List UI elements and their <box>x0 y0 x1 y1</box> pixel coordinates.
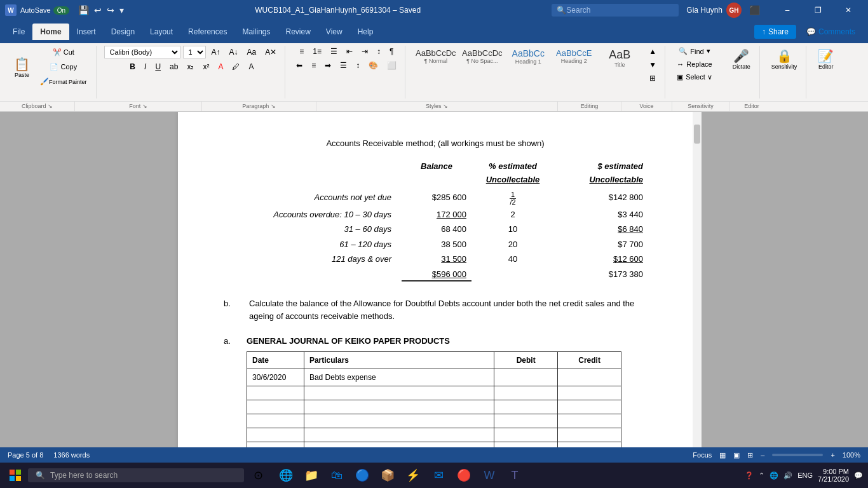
chrome2-icon[interactable]: 🔴 <box>452 464 475 487</box>
highlight-button[interactable]: 🖊 <box>229 61 243 72</box>
style-heading1[interactable]: AaBbCc Heading 1 <box>506 46 550 71</box>
user-avatar[interactable]: GH <box>726 3 742 18</box>
grow-font-button[interactable]: A↑ <box>208 46 224 58</box>
tab-layout[interactable]: Layout <box>142 24 180 40</box>
app-icon[interactable]: ⚡ <box>402 464 424 487</box>
tab-design[interactable]: Design <box>104 24 142 40</box>
gj-header-row: Date Particulars Debit Credit <box>247 351 621 369</box>
tab-insert[interactable]: Insert <box>69 24 104 40</box>
mail-icon[interactable]: ✉ <box>427 464 450 487</box>
taskbar-search-box[interactable]: 🔍 Type here to search <box>28 468 244 482</box>
tab-references[interactable]: References <box>180 24 234 40</box>
autosave-toggle[interactable]: On <box>53 6 69 15</box>
help-icon[interactable]: ❓ <box>745 471 754 480</box>
share-button[interactable]: ↑ Share <box>754 25 796 39</box>
justify-button[interactable]: ☰ <box>337 60 350 71</box>
cut-button[interactable]: ✂️ Cut <box>36 46 91 59</box>
zoom-slider[interactable] <box>772 454 823 456</box>
superscript-button[interactable]: x² <box>200 61 212 72</box>
scrollbar-thumb[interactable] <box>694 125 700 144</box>
multilevel-list-button[interactable]: ☰ <box>327 46 341 57</box>
word-taskbar-icon[interactable]: W <box>478 464 501 487</box>
tab-mailings[interactable]: Mailings <box>234 24 278 40</box>
align-center-button[interactable]: ≡ <box>308 60 319 71</box>
find-button[interactable]: 🔍 Find ▾ <box>675 46 714 57</box>
styles-expand[interactable]: ⊞ <box>646 72 660 84</box>
volume-icon[interactable]: 🔊 <box>783 471 792 480</box>
font-color-button[interactable]: A <box>215 61 226 72</box>
italic-button[interactable]: I <box>141 61 149 72</box>
scrollbar[interactable] <box>693 112 702 455</box>
paste-button[interactable]: 📋 Paste <box>10 54 34 81</box>
text-color-button[interactable]: A <box>245 61 257 72</box>
minimize-button[interactable]: – <box>773 0 802 20</box>
styles-scroll-down[interactable]: ▼ <box>646 59 660 71</box>
view-web-icon[interactable]: ⊞ <box>747 451 753 459</box>
change-case-button[interactable]: Aa <box>244 46 260 58</box>
tab-view[interactable]: View <box>318 24 350 40</box>
customize-icon[interactable]: ▾ <box>119 5 124 15</box>
bullet-list-button[interactable]: ≡ <box>296 46 307 57</box>
network-icon[interactable]: 🌐 <box>770 471 778 480</box>
close-button[interactable]: ✕ <box>834 0 863 20</box>
chrome-icon[interactable]: 🔵 <box>351 464 374 487</box>
zoom-in-button[interactable]: + <box>831 451 834 459</box>
teams-icon[interactable]: T <box>503 464 526 487</box>
font-name-select[interactable]: Calibri (Body) <box>104 46 180 58</box>
editor-button[interactable]: 📝 Editor <box>814 46 837 72</box>
sensitivity-button[interactable]: 🔒 Sensitivity <box>768 46 801 72</box>
select-button[interactable]: ▣ Select ∨ <box>673 72 716 83</box>
increase-indent-button[interactable]: ⇥ <box>358 46 371 57</box>
font-size-select[interactable]: 12 <box>183 46 206 58</box>
align-right-button[interactable]: ➡ <box>322 60 334 71</box>
styles-scroll-up[interactable]: ▲ <box>646 46 660 57</box>
dictate-button[interactable]: 🎤 Dictate <box>729 46 754 72</box>
dropbox-icon[interactable]: 📦 <box>376 464 399 487</box>
comments-button[interactable]: 💬 Comments <box>799 25 863 39</box>
tab-review[interactable]: Review <box>278 24 318 40</box>
style-title[interactable]: AaB Title <box>597 46 642 71</box>
store-icon[interactable]: 🛍 <box>325 464 348 487</box>
shading-button[interactable]: 🎨 <box>365 60 381 71</box>
bold-button[interactable]: B <box>126 61 139 72</box>
style-heading2[interactable]: AaBbCcE Heading 2 <box>552 46 596 71</box>
row5-label: 121 days & over <box>224 253 402 266</box>
borders-button[interactable]: ⬜ <box>384 60 400 71</box>
start-button[interactable] <box>5 465 25 485</box>
copy-button[interactable]: 📄 Copy <box>36 60 91 74</box>
edge-icon[interactable]: 🌐 <box>275 464 297 487</box>
focus-label[interactable]: Focus <box>693 451 712 459</box>
tab-help[interactable]: Help <box>350 24 381 40</box>
show-marks-button[interactable]: ¶ <box>386 46 397 57</box>
style-no-spacing[interactable]: AaBbCcDc ¶ No Spac... <box>459 46 505 71</box>
subscript-button[interactable]: x₂ <box>184 61 197 72</box>
redo-icon[interactable]: ↪ <box>107 5 114 15</box>
undo-icon[interactable]: ↩ <box>94 5 102 15</box>
underline-button[interactable]: U <box>152 61 164 72</box>
shrink-font-button[interactable]: A↓ <box>226 46 241 58</box>
search-box[interactable]: 🔍 Search <box>552 4 679 17</box>
sort-button[interactable]: ↕ <box>374 46 384 57</box>
decrease-indent-button[interactable]: ⇤ <box>343 46 356 57</box>
task-view-button[interactable]: ⊙ <box>247 464 269 487</box>
align-left-button[interactable]: ⬅ <box>293 60 306 71</box>
line-spacing-button[interactable]: ↕ <box>353 60 363 71</box>
layout-icon[interactable]: ⬛ <box>749 5 760 15</box>
save-icon[interactable]: 💾 <box>78 5 89 15</box>
tab-file[interactable]: File <box>5 24 32 40</box>
style-normal[interactable]: AaBbCcDc ¶ Normal <box>413 46 458 71</box>
restore-button[interactable]: ❐ <box>803 0 832 20</box>
format-painter-button[interactable]: 🖌️ Format Painter <box>36 75 91 88</box>
notification-icon[interactable]: 💬 <box>854 471 863 480</box>
clear-format-button[interactable]: A✕ <box>262 46 280 58</box>
zoom-out-button[interactable]: – <box>761 451 764 459</box>
replace-button[interactable]: ↔ Replace <box>673 59 715 69</box>
tab-home[interactable]: Home <box>32 24 69 40</box>
chevron-up-icon[interactable]: ⌃ <box>759 471 764 480</box>
strikethrough-button[interactable]: ab <box>166 61 181 72</box>
view-normal-icon[interactable]: ▦ <box>719 451 726 459</box>
taskbar-clock[interactable]: 9:00 PM 7/21/2020 <box>818 468 849 483</box>
view-print-icon[interactable]: ▣ <box>733 451 740 459</box>
numbered-list-button[interactable]: 1≡ <box>309 46 325 57</box>
explorer-icon[interactable]: 📁 <box>300 464 323 487</box>
